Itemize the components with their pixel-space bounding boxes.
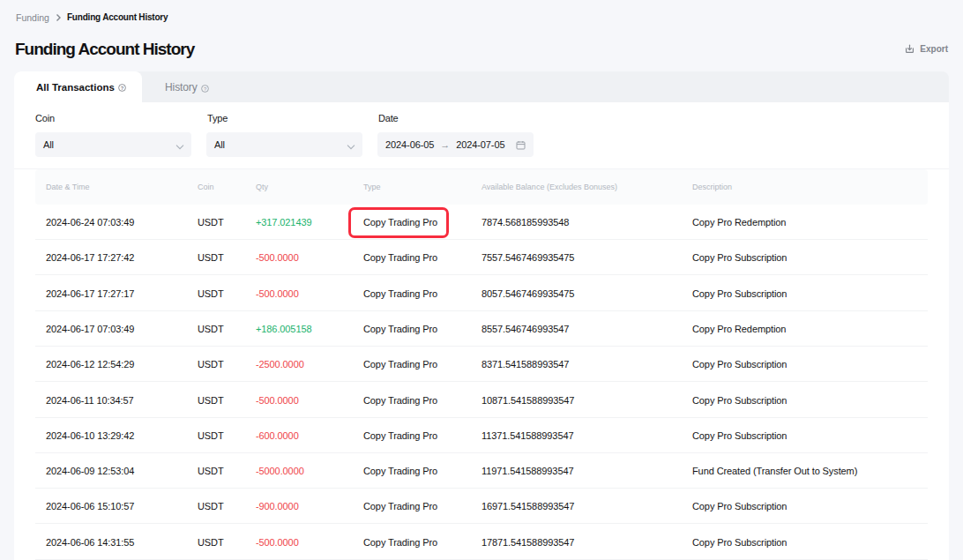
svg-text:?: ? — [121, 86, 124, 91]
svg-text:?: ? — [204, 86, 207, 92]
